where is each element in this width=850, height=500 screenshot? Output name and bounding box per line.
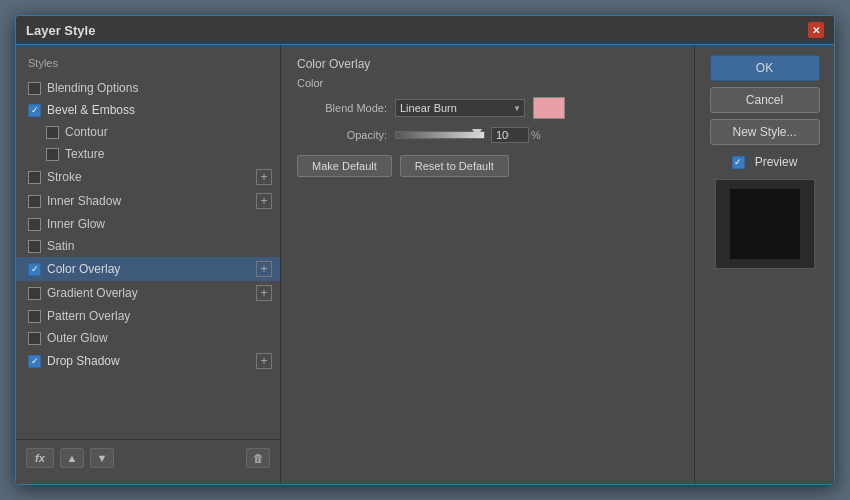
sidebar-item-color-overlay[interactable]: Color Overlay+ [16,257,280,281]
sidebar-items: Blending OptionsBevel & EmbossContourTex… [16,77,280,373]
preview-label-row: Preview [732,155,798,169]
sidebar: Styles Blending OptionsBevel & EmbossCon… [16,45,281,484]
blend-mode-label: Blend Mode: [297,102,387,114]
checkbox-pattern-overlay[interactable] [28,310,41,323]
sidebar-item-pattern-overlay[interactable]: Pattern Overlay [16,305,280,327]
sidebar-header: Styles [16,53,280,77]
opacity-input[interactable] [491,127,529,143]
sidebar-label-drop-shadow: Drop Shadow [47,354,256,368]
sidebar-item-texture[interactable]: Texture [16,143,280,165]
sidebar-label-inner-shadow: Inner Shadow [47,194,256,208]
sidebar-label-pattern-overlay: Pattern Overlay [47,309,272,323]
opacity-slider[interactable] [395,131,485,139]
dialog-title: Layer Style [26,23,95,38]
sidebar-label-color-overlay: Color Overlay [47,262,256,276]
sidebar-label-texture: Texture [65,147,272,161]
sidebar-item-contour[interactable]: Contour [16,121,280,143]
blend-mode-select[interactable]: NormalDissolveDarkenMultiplyColor BurnLi… [395,99,525,117]
sidebar-label-inner-glow: Inner Glow [47,217,272,231]
blend-mode-row: Blend Mode: NormalDissolveDarkenMultiply… [297,97,678,119]
sidebar-label-stroke: Stroke [47,170,256,184]
sidebar-footer: fx ▲ ▼ 🗑 [16,439,280,476]
sidebar-item-outer-glow[interactable]: Outer Glow [16,327,280,349]
blend-mode-select-wrapper: NormalDissolveDarkenMultiplyColor BurnLi… [395,99,525,117]
fx-button[interactable]: fx [26,448,54,468]
sidebar-label-blending-options: Blending Options [47,81,272,95]
add-icon-stroke[interactable]: + [256,169,272,185]
add-icon-gradient-overlay[interactable]: + [256,285,272,301]
checkbox-color-overlay[interactable] [28,263,41,276]
preview-area [715,179,815,269]
ok-button[interactable]: OK [710,55,820,81]
sidebar-item-stroke[interactable]: Stroke+ [16,165,280,189]
up-button[interactable]: ▲ [60,448,84,468]
sidebar-label-satin: Satin [47,239,272,253]
right-panel: OK Cancel New Style... Preview [694,45,834,484]
layer-style-dialog: Layer Style ✕ Styles Blending OptionsBev… [15,15,835,485]
preview-label: Preview [755,155,798,169]
sidebar-item-bevel-emboss[interactable]: Bevel & Emboss [16,99,280,121]
sidebar-label-bevel-emboss: Bevel & Emboss [47,103,272,117]
add-icon-drop-shadow[interactable]: + [256,353,272,369]
sidebar-item-gradient-overlay[interactable]: Gradient Overlay+ [16,281,280,305]
checkbox-bevel-emboss[interactable] [28,104,41,117]
checkbox-texture[interactable] [46,148,59,161]
sidebar-label-outer-glow: Outer Glow [47,331,272,345]
sidebar-item-inner-shadow[interactable]: Inner Shadow+ [16,189,280,213]
main-content: Color Overlay Color Blend Mode: NormalDi… [281,45,694,484]
preview-checkbox[interactable] [732,156,745,169]
reset-default-button[interactable]: Reset to Default [400,155,509,177]
opacity-thumb [472,129,482,137]
add-icon-inner-shadow[interactable]: + [256,193,272,209]
opacity-percent: % [531,129,541,141]
checkbox-inner-shadow[interactable] [28,195,41,208]
checkbox-blending-options[interactable] [28,82,41,95]
preview-inner [730,189,800,259]
section-title: Color Overlay [297,57,678,71]
checkbox-inner-glow[interactable] [28,218,41,231]
sidebar-label-contour: Contour [65,125,272,139]
opacity-label: Opacity: [297,129,387,141]
checkbox-drop-shadow[interactable] [28,355,41,368]
down-button[interactable]: ▼ [90,448,114,468]
button-row: Make Default Reset to Default [297,155,678,177]
add-icon-color-overlay[interactable]: + [256,261,272,277]
checkbox-contour[interactable] [46,126,59,139]
sidebar-item-inner-glow[interactable]: Inner Glow [16,213,280,235]
subsection-title: Color [297,77,678,89]
sidebar-item-drop-shadow[interactable]: Drop Shadow+ [16,349,280,373]
opacity-row: Opacity: % [297,127,678,143]
make-default-button[interactable]: Make Default [297,155,392,177]
new-style-button[interactable]: New Style... [710,119,820,145]
title-bar: Layer Style ✕ [16,16,834,45]
cancel-button[interactable]: Cancel [710,87,820,113]
dialog-body: Styles Blending OptionsBevel & EmbossCon… [16,45,834,484]
close-button[interactable]: ✕ [808,22,824,38]
sidebar-label-gradient-overlay: Gradient Overlay [47,286,256,300]
checkbox-stroke[interactable] [28,171,41,184]
trash-button[interactable]: 🗑 [246,448,270,468]
checkbox-gradient-overlay[interactable] [28,287,41,300]
sidebar-item-satin[interactable]: Satin [16,235,280,257]
sidebar-item-blending-options[interactable]: Blending Options [16,77,280,99]
checkbox-outer-glow[interactable] [28,332,41,345]
checkbox-satin[interactable] [28,240,41,253]
color-swatch[interactable] [533,97,565,119]
